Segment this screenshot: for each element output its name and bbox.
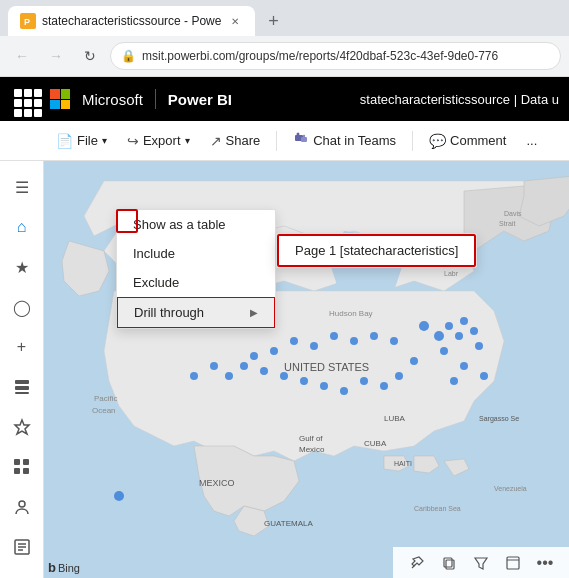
svg-text:GUATEMALA: GUATEMALA: [264, 519, 313, 528]
tab-close-button[interactable]: ✕: [227, 13, 243, 29]
app-bar-divider: [155, 89, 156, 109]
microsoft-label: Microsoft: [82, 91, 143, 108]
sidebar-reports-icon[interactable]: [4, 529, 40, 565]
context-include[interactable]: Include: [117, 239, 275, 268]
svg-rect-7: [15, 386, 29, 390]
svg-rect-10: [14, 459, 20, 465]
forward-button[interactable]: →: [42, 42, 70, 70]
comment-label: Comment: [450, 133, 506, 148]
svg-point-39: [360, 377, 368, 385]
tab-title: statecharacteristicssource - Powe: [42, 14, 221, 28]
share-button[interactable]: ↗ Share: [202, 129, 269, 153]
svg-point-34: [270, 347, 278, 355]
include-label: Include: [133, 246, 175, 261]
sidebar-goals-icon[interactable]: [4, 409, 40, 445]
svg-point-43: [280, 372, 288, 380]
refresh-button[interactable]: ↻: [76, 42, 104, 70]
context-menu: Show as a table Include Exclude Drill th…: [116, 209, 276, 329]
svg-point-38: [380, 382, 388, 390]
svg-point-50: [450, 377, 458, 385]
copy-icon[interactable]: [437, 551, 461, 575]
back-button[interactable]: ←: [8, 42, 36, 70]
sidebar-recent-icon[interactable]: ◯: [4, 289, 40, 325]
svg-text:CUBA: CUBA: [364, 439, 387, 448]
file-menu[interactable]: 📄 File ▾: [48, 129, 115, 153]
svg-point-30: [350, 337, 358, 345]
svg-point-25: [470, 327, 478, 335]
svg-text:Labr: Labr: [444, 270, 459, 277]
submenu-page1[interactable]: Page 1 [statecharacteristics]: [277, 234, 476, 267]
more-options-button[interactable]: ...: [518, 129, 545, 152]
svg-point-33: [290, 337, 298, 345]
drill-through-chevron-icon: ▶: [250, 307, 258, 318]
svg-text:HAITI: HAITI: [394, 460, 412, 467]
svg-text:MEXICO: MEXICO: [199, 478, 235, 488]
sidebar-create-icon[interactable]: +: [4, 329, 40, 365]
url-bar[interactable]: 🔒 msit.powerbi.com/groups/me/reports/4f2…: [110, 42, 561, 70]
file-label: File: [77, 133, 98, 148]
svg-text:Gulf of: Gulf of: [299, 434, 323, 443]
svg-text:Pacific: Pacific: [94, 394, 118, 403]
report-area: State: [44, 161, 569, 578]
report-name-label: statecharacteristicssource | Data u: [360, 92, 559, 107]
svg-text:LUBA: LUBA: [384, 414, 406, 423]
sidebar-favorites-icon[interactable]: ★: [4, 249, 40, 285]
main-layout: ☰ ⌂ ★ ◯ + State: [0, 161, 569, 578]
export-label: Export: [143, 133, 181, 148]
more-options-icon[interactable]: •••: [533, 551, 557, 575]
url-text: msit.powerbi.com/groups/me/reports/4f20d…: [142, 49, 550, 63]
svg-point-48: [190, 372, 198, 380]
show-as-table-label: Show as a table: [133, 217, 226, 232]
svg-rect-11: [23, 459, 29, 465]
comment-button[interactable]: 💬 Comment: [421, 129, 514, 153]
export-chevron-icon: ▾: [185, 135, 190, 146]
svg-point-47: [210, 362, 218, 370]
svg-text:Hudson Bay: Hudson Bay: [329, 309, 373, 318]
svg-point-14: [19, 501, 25, 507]
file-icon: 📄: [56, 133, 73, 149]
sidebar-datasets-icon[interactable]: [4, 369, 40, 405]
svg-text:Ocean: Ocean: [92, 406, 116, 415]
svg-point-29: [370, 332, 378, 340]
svg-rect-73: [444, 558, 452, 567]
svg-point-35: [250, 352, 258, 360]
svg-rect-3: [301, 137, 307, 142]
active-tab[interactable]: P statecharacteristicssource - Powe ✕: [8, 6, 255, 36]
map-container: CANADA UNITED STATES MEXICO GUATEMALA CU…: [44, 161, 569, 578]
sidebar-apps-icon[interactable]: [4, 449, 40, 485]
left-sidebar: ☰ ⌂ ★ ◯ +: [0, 161, 44, 578]
export-menu[interactable]: ↪ Export ▾: [119, 129, 198, 153]
waffle-menu-icon[interactable]: [10, 85, 38, 113]
new-tab-button[interactable]: +: [259, 7, 287, 35]
svg-text:Venezuela: Venezuela: [494, 485, 527, 492]
toolbar-divider-2: [412, 131, 413, 151]
tab-bar: P statecharacteristicssource - Powe ✕ +: [0, 0, 569, 36]
svg-point-52: [114, 491, 124, 501]
svg-text:P: P: [24, 17, 30, 27]
sidebar-home-icon[interactable]: ⌂: [4, 209, 40, 245]
svg-point-5: [303, 135, 305, 137]
svg-rect-6: [15, 380, 29, 384]
svg-text:Davis: Davis: [504, 210, 522, 217]
filter-icon[interactable]: [469, 551, 493, 575]
drill-through-label: Drill through: [134, 305, 204, 320]
export-icon: ↪: [127, 133, 139, 149]
expand-icon[interactable]: [501, 551, 525, 575]
address-bar: ← → ↻ 🔒 msit.powerbi.com/groups/me/repor…: [0, 36, 569, 76]
report-toolbar: 📄 File ▾ ↪ Export ▾ ↗ Share Chat in Team…: [0, 121, 569, 161]
microsoft-logo: [50, 89, 70, 109]
context-drill-through[interactable]: Drill through ▶: [117, 297, 275, 328]
svg-text:Sargasso Se: Sargasso Se: [479, 415, 519, 423]
powerbi-label: Power BI: [168, 91, 232, 108]
sidebar-people-icon[interactable]: [4, 489, 40, 525]
context-show-as-table[interactable]: Show as a table: [117, 210, 275, 239]
sidebar-menu-icon[interactable]: ☰: [4, 169, 40, 205]
lock-icon: 🔒: [121, 49, 136, 63]
svg-text:UNITED STATES: UNITED STATES: [284, 361, 369, 373]
pin-icon[interactable]: [405, 551, 429, 575]
context-exclude[interactable]: Exclude: [117, 268, 275, 297]
drill-through-submenu: Page 1 [statecharacteristics]: [276, 233, 477, 268]
chat-in-teams-button[interactable]: Chat in Teams: [285, 127, 404, 154]
svg-point-21: [434, 331, 444, 341]
svg-rect-8: [15, 392, 29, 394]
